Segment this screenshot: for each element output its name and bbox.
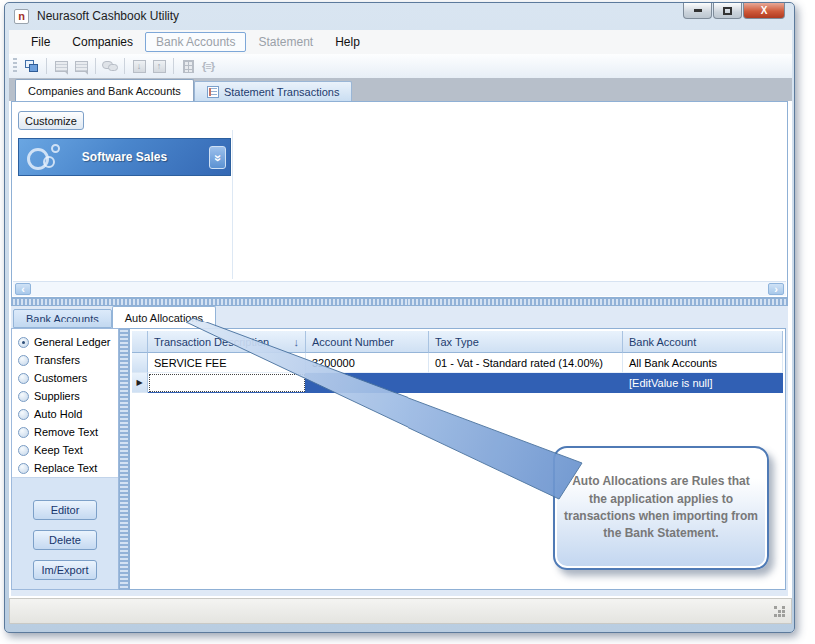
vertical-splitter[interactable] [119, 328, 129, 590]
client-area: File Companies Bank Accounts Statement H… [9, 30, 792, 598]
menu-help[interactable]: Help [325, 33, 370, 51]
callout-bubble: Auto Allocations are Rules that the appl… [553, 446, 769, 570]
row-indicator-icon: ▶ [136, 378, 142, 387]
rule-type-list: General Ledger Transfers Customers Suppl… [12, 333, 118, 477]
close-icon: X [761, 5, 768, 16]
titlebar[interactable]: n Neurasoft Cashbook Utility X [5, 3, 794, 30]
window-title: Neurasoft Cashbook Utility [37, 9, 179, 23]
radio-icon [18, 427, 29, 438]
toolbar-grip[interactable] [13, 58, 17, 74]
toolbar-separator [95, 58, 96, 74]
radio-keep-text[interactable]: Keep Text [12, 441, 118, 459]
column-tax-type[interactable]: Tax Type [429, 331, 623, 353]
calculator-icon[interactable] [178, 57, 198, 75]
toolbar-separator [46, 58, 47, 74]
cascade-windows-icon[interactable] [22, 57, 42, 75]
cell-account-number[interactable] [306, 373, 429, 393]
cell-transaction-description-editor[interactable] [148, 373, 306, 393]
menu-statement[interactable]: Statement [248, 33, 323, 51]
menu-companies[interactable]: Companies [62, 33, 143, 51]
table-row-selected[interactable]: ▶ [EditValue is null] [132, 373, 783, 393]
companies-panel: Customize Software Sales » ‹ › [11, 101, 788, 298]
cell-account-number[interactable]: 3200000 [306, 353, 429, 373]
tab-label: Statement Transactions [224, 86, 340, 98]
radio-general-ledger[interactable]: General Ledger [12, 333, 118, 351]
tab-statement-transactions[interactable]: Statement Transactions [194, 81, 353, 101]
grid-header-row: Transaction Description ↓ Account Number… [132, 331, 783, 353]
side-button-area: Editor Delete Im/Export [12, 477, 118, 589]
radio-icon [18, 355, 29, 366]
scroll-right-icon[interactable]: › [768, 283, 784, 295]
app-window: n Neurasoft Cashbook Utility X File Comp… [4, 2, 795, 633]
braces-icon[interactable]: {≡} [198, 57, 218, 75]
editor-button[interactable]: Editor [33, 500, 97, 520]
toolbar-separator [124, 58, 125, 74]
comments-icon[interactable] [100, 57, 120, 75]
panel-divider [232, 130, 233, 279]
toolbar-separator [173, 58, 174, 74]
tab-companies-and-bank-accounts[interactable]: Companies and Bank Accounts [15, 79, 194, 101]
cell-bank-account[interactable]: [EditValue is null] [623, 373, 783, 393]
company-logo-icon [25, 142, 67, 174]
column-bank-account[interactable]: Bank Account [623, 331, 783, 353]
horizontal-scrollbar[interactable]: ‹ › [13, 281, 786, 296]
cell-transaction-description[interactable]: SERVICE FEE [148, 353, 306, 373]
close-button[interactable]: X [743, 3, 785, 19]
radio-icon [18, 463, 29, 474]
tab-label: Companies and Bank Accounts [28, 85, 181, 97]
company-name: Software Sales [82, 150, 167, 164]
chevron-down-icon[interactable]: » [209, 146, 226, 169]
maximize-button[interactable] [713, 3, 742, 19]
column-account-number[interactable]: Account Number [306, 331, 429, 353]
minimize-icon [694, 9, 702, 12]
radio-transfers[interactable]: Transfers [12, 351, 118, 369]
cell-tax-type[interactable] [429, 373, 623, 393]
resize-grip-icon[interactable] [774, 606, 786, 618]
cell-bank-account[interactable]: All Bank Accounts [623, 353, 783, 373]
sort-asc-icon: ↓ [294, 336, 300, 348]
radio-icon [18, 373, 29, 384]
copy-table-icon[interactable] [71, 57, 91, 75]
imexport-button[interactable]: Im/Export [33, 560, 97, 580]
radio-suppliers[interactable]: Suppliers [12, 387, 118, 405]
radio-icon [18, 445, 29, 456]
menu-file[interactable]: File [21, 33, 60, 51]
allocations-section: Bank Accounts Auto Allocations General L… [11, 306, 788, 596]
radio-icon [18, 391, 29, 402]
radio-remove-text[interactable]: Remove Text [12, 423, 118, 441]
radio-customers[interactable]: Customers [12, 369, 118, 387]
tab-auto-allocations[interactable]: Auto Allocations [112, 306, 216, 328]
rule-type-panel: General Ledger Transfers Customers Suppl… [11, 328, 119, 590]
company-group-software-sales[interactable]: Software Sales » [18, 138, 231, 176]
paste-table-icon[interactable] [51, 57, 71, 75]
tab-bank-accounts[interactable]: Bank Accounts [13, 309, 112, 328]
menubar: File Companies Bank Accounts Statement H… [9, 30, 792, 54]
statement-icon [207, 86, 219, 98]
customize-button[interactable]: Customize [18, 111, 84, 130]
maximize-icon [723, 7, 732, 15]
scroll-left-icon[interactable]: ‹ [15, 283, 31, 295]
menu-bank-accounts[interactable]: Bank Accounts [145, 32, 246, 52]
cell-tax-type[interactable]: 01 - Vat - Standard rated (14.00%) [429, 353, 623, 373]
column-transaction-description[interactable]: Transaction Description ↓ [148, 331, 306, 353]
callout-text: Auto Allocations are Rules that the appl… [563, 473, 759, 543]
lower-tabstrip: Bank Accounts Auto Allocations [13, 306, 216, 328]
radio-auto-hold[interactable]: Auto Hold [12, 405, 118, 423]
window-controls: X [683, 3, 785, 19]
toolbar: ↓ ↑ {≡} [9, 54, 792, 78]
main-tabstrip: Companies and Bank Accounts Statement Tr… [9, 78, 792, 101]
row-indicator-cell [132, 353, 148, 373]
delete-button[interactable]: Delete [33, 530, 97, 550]
app-icon: n [14, 9, 29, 24]
radio-icon [18, 337, 29, 348]
radio-icon [18, 409, 29, 420]
row-indicator-cell: ▶ [132, 373, 148, 393]
radio-replace-text[interactable]: Replace Text [12, 459, 118, 477]
minimize-button[interactable] [683, 3, 712, 19]
export-up-arrow-icon[interactable]: ↑ [149, 57, 169, 75]
indicator-header-cell [132, 331, 148, 353]
table-row[interactable]: SERVICE FEE 3200000 01 - Vat - Standard … [132, 353, 783, 373]
horizontal-splitter[interactable] [11, 298, 788, 306]
import-down-arrow-icon[interactable]: ↓ [129, 57, 149, 75]
statusbar [9, 598, 792, 624]
